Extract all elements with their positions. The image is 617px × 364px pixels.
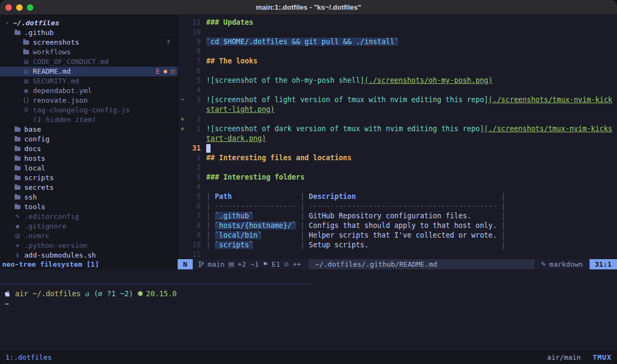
tmux-session-label: air/main — [547, 353, 581, 361]
editor-line[interactable]: 5![screenshot of the oh-my-posh shell](.… — [178, 76, 617, 85]
tree-item-docs[interactable]: docs — [0, 144, 178, 154]
text-segment: ## The looks — [206, 57, 257, 65]
tree-item-readme-md[interactable]: ▤README.mdE●□ — [0, 67, 178, 76]
editor-line[interactable]: 10 — [178, 27, 617, 37]
tree-item-security-md[interactable]: ▤SECURITY.md — [0, 76, 178, 86]
editor-line[interactable]: tart-dark.png) — [178, 134, 617, 144]
folder-icon — [15, 195, 20, 199]
editor-line[interactable]: 9| `local/bin` | Helper scripts that I'v… — [178, 231, 617, 240]
text-segment: ![screenshot of the oh-my-posh shell] — [206, 76, 364, 84]
tmux-pane-shell[interactable]: air ~/.dotfiles ↺ (∅ ?1 ~2) 20.15.0 → — [0, 269, 617, 350]
expander-icon[interactable]: ▾ — [5, 18, 13, 28]
tree-item-scripts[interactable]: scripts — [0, 173, 178, 183]
tree-item-secrets[interactable]: secrets — [0, 183, 178, 192]
status-mark: E — [156, 67, 160, 76]
editor-line[interactable]: 11### Updates — [178, 18, 617, 27]
line-text: ![screenshot of light version of tmux wi… — [206, 95, 617, 105]
vim-mode-indicator: N — [178, 259, 193, 269]
gutter-sign — [178, 66, 186, 76]
tree-item-1-hidden-item[interactable]: (1 hidden item) — [0, 115, 178, 125]
tmux-badge: TMUX — [593, 353, 612, 361]
line-text: | `.github` | GitHub Repository configur… — [206, 211, 617, 221]
text-segment: `local/bin` — [215, 231, 262, 239]
git-untracked-badge: ? — [166, 38, 170, 47]
diagnostics-icon: ⚑ — [263, 259, 268, 269]
tree-item-workflows[interactable]: workflows — [0, 47, 178, 57]
text-segment: | — [296, 222, 309, 230]
neotree-sidebar[interactable]: ▾~/.dotfiles.githubscreenshots?workflows… — [0, 15, 178, 259]
editor-line[interactable]: 31 — [178, 144, 617, 153]
tree-item-config[interactable]: config — [0, 134, 178, 144]
fullscreen-button[interactable] — [27, 4, 33, 11]
line-text — [206, 66, 617, 76]
text-segment: Description — [309, 192, 356, 201]
editor-line[interactable]: 6 — [178, 66, 617, 76]
tree-item-label: (1 hidden item) — [33, 115, 96, 125]
tree-item-label: .editorconfig — [24, 212, 79, 222]
editor-line[interactable]: 5| Path | Description | — [178, 192, 617, 202]
editor-line[interactable]: +1![screenshot of dark version of tmux w… — [178, 124, 617, 134]
tmux-window-label[interactable]: 1:.dotfiles — [5, 353, 52, 361]
close-button[interactable] — [5, 4, 12, 11]
tree-item-dependabot-yml[interactable]: ◉dependabot.yml — [0, 86, 178, 96]
line-number — [186, 134, 201, 144]
tree-item-tag-changelog-config-js[interactable]: JStag-changelog-config.js — [0, 105, 178, 115]
editor-line[interactable]: 8| `hosts/{hostname}/` | Configs that sh… — [178, 221, 617, 231]
tree-item-tools[interactable]: tools — [0, 202, 178, 212]
line-text: | ------------------- | ----------------… — [206, 202, 617, 211]
buffer-icon: ▤ — [228, 259, 234, 269]
editor-line[interactable]: start-light.png) — [178, 105, 617, 115]
tree-item-python-version[interactable]: ∗.python-version — [0, 241, 178, 251]
editor-line[interactable]: 3### Interesting folders — [178, 173, 617, 182]
apple-icon — [4, 290, 11, 297]
tree-item-label: SECURITY.md — [33, 76, 79, 86]
line-number: 1 — [186, 153, 201, 163]
tree-item-dotfiles[interactable]: ▾~/.dotfiles — [0, 18, 178, 28]
tree-item-editorconfig[interactable]: ✎.editorconfig — [0, 212, 178, 222]
line-number: 11 — [186, 250, 201, 259]
text-segment: | — [471, 212, 506, 220]
text-segment: Helper scripts that I've collected or wr… — [309, 231, 497, 239]
tree-item-base[interactable]: base — [0, 125, 178, 134]
tree-item-nvmrc[interactable]: @.nvmrc — [0, 231, 178, 241]
tree-item-gitignore[interactable]: ◆.gitignore — [0, 222, 178, 231]
window-controls — [0, 4, 33, 11]
tree-item-code-of-conduct-md[interactable]: ▤CODE_OF_CONDUCT.md — [0, 57, 178, 67]
line-number: 3 — [186, 95, 201, 105]
editor-pane[interactable]: 11### Updates109`cd $HOME/.dotfiles && g… — [178, 15, 617, 259]
tree-item-renovate-json[interactable]: {}renovate.json — [0, 96, 178, 105]
editor-line[interactable]: 10| `scripts` | Setup scripts. | — [178, 240, 617, 250]
editor-line[interactable]: ~3![screenshot of light version of tmux … — [178, 95, 617, 105]
tree-item-local[interactable]: local — [0, 163, 178, 173]
tree-item-github[interactable]: .github — [0, 28, 178, 38]
editor-line[interactable]: 1## Interesting files and locations — [178, 153, 617, 163]
line-number: 8 — [186, 221, 201, 231]
file-tree: ▾~/.dotfiles.githubscreenshots?workflows… — [0, 15, 178, 259]
editor-line[interactable]: 7## The looks — [178, 56, 617, 66]
tree-item-hosts[interactable]: hosts — [0, 154, 178, 163]
gutter-sign — [178, 105, 186, 115]
editor-line[interactable]: 8 — [178, 47, 617, 56]
text-segment: Configs that should apply to that host o… — [309, 222, 497, 230]
tree-item-screenshots[interactable]: screenshots? — [0, 38, 178, 47]
line-text — [206, 144, 617, 153]
tree-item-add-submodules-sh[interactable]: $add-submodules.sh — [0, 251, 178, 259]
editor-line[interactable]: 6| ------------------- | ---------------… — [178, 202, 617, 211]
line-number: 11 — [186, 18, 201, 27]
minimize-button[interactable] — [16, 4, 23, 11]
tree-item-ssh[interactable]: ssh — [0, 192, 178, 202]
text-segment: GitHub Repository configuration files. — [309, 212, 472, 220]
editor-line[interactable]: 4 — [178, 182, 617, 192]
editor-line[interactable]: 4 — [178, 85, 617, 95]
editor-line[interactable]: 7| `.github` | GitHub Repository configu… — [178, 211, 617, 221]
editor-line[interactable]: 2 — [178, 163, 617, 173]
terminal-window: main:1:.dotfiles - "ks~/.dotfiles" ▾~/.d… — [0, 0, 617, 364]
text-segment: | — [369, 241, 506, 249]
neotree-statusline: neo-tree filesystem [1] — [0, 259, 178, 269]
yaml-file-icon: ◉ — [23, 86, 30, 96]
editor-line[interactable]: +2 — [178, 115, 617, 124]
editor-line[interactable]: 9`cd $HOME/.dotfiles && git pull && ./in… — [178, 37, 617, 47]
editor-line[interactable]: 11 — [178, 250, 617, 259]
git-diff-stats: +2 ~1 — [238, 259, 259, 269]
prompt-arrow[interactable]: → — [4, 298, 9, 308]
